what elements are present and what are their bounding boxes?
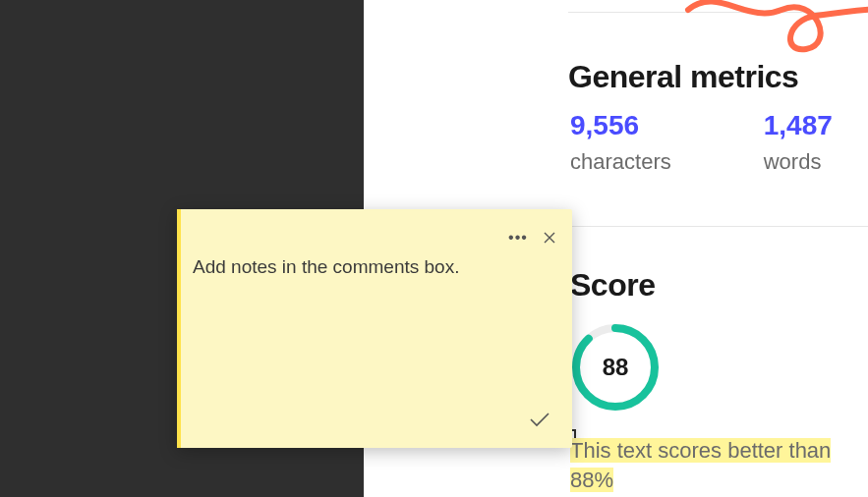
metric-label: words (764, 149, 833, 175)
score-heading: Score (570, 267, 655, 304)
score-value: 88 (603, 354, 629, 381)
metric-value: 1,487 (764, 110, 833, 141)
note-accent-bar (177, 209, 181, 448)
metric-words: 1,487 words (764, 110, 833, 175)
general-metrics-heading: General metrics (568, 59, 798, 95)
note-controls: ••• (509, 229, 558, 247)
close-icon[interactable] (541, 229, 558, 247)
metric-value: 9,556 (570, 110, 671, 141)
note-text-input[interactable]: Add notes in the comments box. (193, 256, 556, 278)
metric-characters: 9,556 characters (570, 110, 671, 175)
checkmark-icon[interactable] (529, 409, 550, 430)
score-description-highlight: This text scores better than 88% (570, 438, 831, 492)
score-description: This text scores better than 88% of all … (570, 436, 868, 497)
divider (568, 226, 868, 227)
metrics-row: 9,556 characters 1,487 words 1 s (570, 110, 868, 175)
metric-label: characters (570, 149, 671, 175)
sticky-note[interactable]: ••• Add notes in the comments box. (177, 209, 572, 448)
more-icon[interactable]: ••• (509, 229, 527, 247)
score-ring: 88 (570, 322, 661, 413)
